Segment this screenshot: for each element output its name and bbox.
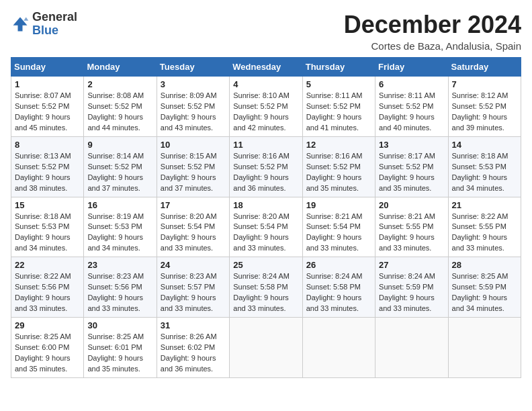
- calendar-cell: [230, 318, 302, 378]
- calendar-cell: 12 Sunrise: 8:16 AM Sunset: 5:52 PM Dayl…: [302, 136, 375, 197]
- day-info: Sunrise: 8:10 AM Sunset: 5:52 PM Dayligh…: [233, 91, 298, 134]
- calendar-cell: 4 Sunrise: 8:10 AM Sunset: 5:52 PM Dayli…: [230, 77, 302, 137]
- calendar-cell: 20 Sunrise: 8:21 AM Sunset: 5:55 PM Dayl…: [375, 197, 448, 257]
- day-number: 21: [452, 200, 517, 210]
- calendar-cell: 5 Sunrise: 8:11 AM Sunset: 5:52 PM Dayli…: [302, 77, 375, 137]
- day-number: 29: [15, 320, 80, 330]
- calendar-header-thursday: Thursday: [302, 58, 375, 77]
- day-number: 19: [306, 200, 371, 210]
- day-number: 23: [87, 260, 152, 270]
- day-info: Sunrise: 8:11 AM Sunset: 5:52 PM Dayligh…: [306, 91, 371, 134]
- day-number: 26: [306, 260, 371, 270]
- day-number: 24: [161, 260, 226, 270]
- calendar-cell: 15 Sunrise: 8:18 AM Sunset: 5:53 PM Dayl…: [11, 197, 84, 257]
- day-number: 22: [15, 260, 80, 270]
- day-info: Sunrise: 8:18 AM Sunset: 5:53 PM Dayligh…: [15, 212, 80, 255]
- day-info: Sunrise: 8:08 AM Sunset: 5:52 PM Dayligh…: [87, 91, 152, 134]
- day-info: Sunrise: 8:24 AM Sunset: 5:59 PM Dayligh…: [379, 271, 444, 314]
- calendar-cell: 22 Sunrise: 8:22 AM Sunset: 5:56 PM Dayl…: [11, 257, 84, 318]
- day-info: Sunrise: 8:18 AM Sunset: 5:53 PM Dayligh…: [452, 151, 517, 194]
- calendar-header-saturday: Saturday: [448, 58, 521, 77]
- month-title: December 2024: [344, 11, 521, 39]
- day-number: 31: [161, 320, 226, 330]
- day-number: 4: [233, 79, 298, 89]
- day-number: 28: [452, 260, 517, 270]
- calendar-week-row: 8 Sunrise: 8:13 AM Sunset: 5:52 PM Dayli…: [11, 136, 521, 197]
- logo-icon: [11, 15, 30, 34]
- calendar-cell: 2 Sunrise: 8:08 AM Sunset: 5:52 PM Dayli…: [84, 77, 157, 137]
- day-info: Sunrise: 8:21 AM Sunset: 5:55 PM Dayligh…: [379, 212, 444, 255]
- calendar-cell: 9 Sunrise: 8:14 AM Sunset: 5:52 PM Dayli…: [84, 136, 157, 197]
- logo: General Blue: [11, 11, 77, 38]
- day-info: Sunrise: 8:15 AM Sunset: 5:52 PM Dayligh…: [161, 151, 226, 194]
- calendar-cell: 28 Sunrise: 8:25 AM Sunset: 5:59 PM Dayl…: [448, 257, 521, 318]
- svg-marker-1: [24, 17, 28, 20]
- day-info: Sunrise: 8:20 AM Sunset: 5:54 PM Dayligh…: [161, 212, 226, 255]
- day-info: Sunrise: 8:12 AM Sunset: 5:52 PM Dayligh…: [452, 91, 517, 134]
- calendar-cell: 14 Sunrise: 8:18 AM Sunset: 5:53 PM Dayl…: [448, 136, 521, 197]
- day-info: Sunrise: 8:19 AM Sunset: 5:53 PM Dayligh…: [87, 212, 152, 255]
- calendar-cell: 25 Sunrise: 8:24 AM Sunset: 5:58 PM Dayl…: [230, 257, 302, 318]
- logo-blue: Blue: [32, 24, 58, 37]
- day-number: 6: [379, 79, 444, 89]
- calendar-cell: [302, 318, 375, 378]
- day-number: 1: [15, 79, 80, 89]
- day-number: 15: [15, 200, 80, 210]
- day-info: Sunrise: 8:16 AM Sunset: 5:52 PM Dayligh…: [233, 151, 298, 194]
- day-number: 11: [233, 140, 298, 150]
- calendar-cell: 29 Sunrise: 8:25 AM Sunset: 6:00 PM Dayl…: [11, 318, 84, 378]
- calendar-cell: 17 Sunrise: 8:20 AM Sunset: 5:54 PM Dayl…: [157, 197, 229, 257]
- day-info: Sunrise: 8:16 AM Sunset: 5:52 PM Dayligh…: [306, 151, 371, 194]
- day-info: Sunrise: 8:25 AM Sunset: 5:59 PM Dayligh…: [452, 271, 517, 314]
- day-number: 3: [161, 79, 226, 89]
- day-info: Sunrise: 8:07 AM Sunset: 5:52 PM Dayligh…: [15, 91, 80, 134]
- day-number: 9: [87, 140, 152, 150]
- calendar-week-row: 29 Sunrise: 8:25 AM Sunset: 6:00 PM Dayl…: [11, 318, 521, 378]
- calendar-cell: 10 Sunrise: 8:15 AM Sunset: 5:52 PM Dayl…: [157, 136, 229, 197]
- day-info: Sunrise: 8:11 AM Sunset: 5:52 PM Dayligh…: [379, 91, 444, 134]
- logo-general: General: [32, 10, 77, 24]
- day-number: 8: [15, 140, 80, 150]
- day-info: Sunrise: 8:20 AM Sunset: 5:54 PM Dayligh…: [233, 212, 298, 255]
- calendar-cell: 31 Sunrise: 8:26 AM Sunset: 6:02 PM Dayl…: [157, 318, 229, 378]
- calendar-cell: 8 Sunrise: 8:13 AM Sunset: 5:52 PM Dayli…: [11, 136, 84, 197]
- day-info: Sunrise: 8:09 AM Sunset: 5:52 PM Dayligh…: [161, 91, 226, 134]
- calendar-cell: 7 Sunrise: 8:12 AM Sunset: 5:52 PM Dayli…: [448, 77, 521, 137]
- calendar-cell: 18 Sunrise: 8:20 AM Sunset: 5:54 PM Dayl…: [230, 197, 302, 257]
- calendar-cell: 19 Sunrise: 8:21 AM Sunset: 5:54 PM Dayl…: [302, 197, 375, 257]
- day-number: 30: [87, 320, 152, 330]
- day-info: Sunrise: 8:13 AM Sunset: 5:52 PM Dayligh…: [15, 151, 80, 194]
- calendar-week-row: 15 Sunrise: 8:18 AM Sunset: 5:53 PM Dayl…: [11, 197, 521, 257]
- day-info: Sunrise: 8:26 AM Sunset: 6:02 PM Dayligh…: [161, 332, 226, 375]
- calendar-header-tuesday: Tuesday: [157, 58, 229, 77]
- day-number: 13: [379, 140, 444, 150]
- day-info: Sunrise: 8:23 AM Sunset: 5:57 PM Dayligh…: [161, 271, 226, 314]
- day-info: Sunrise: 8:23 AM Sunset: 5:56 PM Dayligh…: [87, 271, 152, 314]
- page-header: General Blue December 2024 Cortes de Baz…: [11, 11, 521, 52]
- calendar-cell: 11 Sunrise: 8:16 AM Sunset: 5:52 PM Dayl…: [230, 136, 302, 197]
- day-info: Sunrise: 8:22 AM Sunset: 5:55 PM Dayligh…: [452, 212, 517, 255]
- day-number: 7: [452, 79, 517, 89]
- day-number: 27: [379, 260, 444, 270]
- logo-text: General Blue: [32, 11, 77, 38]
- calendar-cell: 21 Sunrise: 8:22 AM Sunset: 5:55 PM Dayl…: [448, 197, 521, 257]
- calendar-cell: 13 Sunrise: 8:17 AM Sunset: 5:52 PM Dayl…: [375, 136, 448, 197]
- day-number: 17: [161, 200, 226, 210]
- calendar-cell: [375, 318, 448, 378]
- calendar-cell: 3 Sunrise: 8:09 AM Sunset: 5:52 PM Dayli…: [157, 77, 229, 137]
- day-info: Sunrise: 8:25 AM Sunset: 6:00 PM Dayligh…: [15, 332, 80, 375]
- calendar-header-row: SundayMondayTuesdayWednesdayThursdayFrid…: [11, 58, 521, 77]
- calendar-header-monday: Monday: [84, 58, 157, 77]
- day-number: 14: [452, 140, 517, 150]
- calendar-week-row: 1 Sunrise: 8:07 AM Sunset: 5:52 PM Dayli…: [11, 77, 521, 137]
- day-number: 20: [379, 200, 444, 210]
- day-info: Sunrise: 8:24 AM Sunset: 5:58 PM Dayligh…: [306, 271, 371, 314]
- calendar-cell: 23 Sunrise: 8:23 AM Sunset: 5:56 PM Dayl…: [84, 257, 157, 318]
- day-number: 16: [87, 200, 152, 210]
- calendar-cell: 16 Sunrise: 8:19 AM Sunset: 5:53 PM Dayl…: [84, 197, 157, 257]
- day-info: Sunrise: 8:17 AM Sunset: 5:52 PM Dayligh…: [379, 151, 444, 194]
- calendar-table: SundayMondayTuesdayWednesdayThursdayFrid…: [11, 57, 521, 378]
- day-number: 25: [233, 260, 298, 270]
- calendar-cell: 6 Sunrise: 8:11 AM Sunset: 5:52 PM Dayli…: [375, 77, 448, 137]
- calendar-header-sunday: Sunday: [11, 58, 84, 77]
